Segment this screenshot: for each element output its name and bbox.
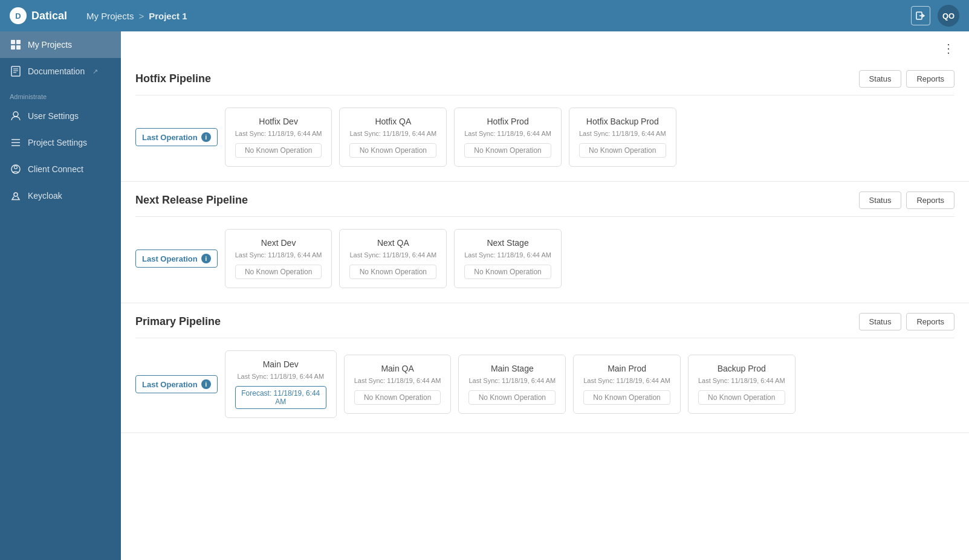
info-icon: i: [201, 379, 211, 389]
stage-card-primary-1[interactable]: Main QALast Sync: 11/18/19, 6:44 AMNo Kn…: [344, 355, 452, 414]
pipeline-body-hotfix: Last Operation iHotfix DevLast Sync: 11/…: [135, 108, 954, 167]
stage-operation-hotfix-2: No Known Operation: [464, 143, 551, 158]
reports-button-primary[interactable]: Reports: [906, 313, 954, 330]
client-connect-icon: [10, 163, 22, 175]
user-settings-icon: [10, 110, 22, 122]
sidebar-label-client-connect: Client Connect: [28, 164, 83, 174]
stage-card-hotfix-2[interactable]: Hotfix ProdLast Sync: 11/18/19, 6:44 AMN…: [454, 108, 562, 167]
stage-card-hotfix-0[interactable]: Hotfix DevLast Sync: 11/18/19, 6:44 AMNo…: [225, 108, 332, 167]
reports-button-hotfix[interactable]: Reports: [906, 70, 954, 88]
sidebar-item-project-settings[interactable]: Project Settings: [0, 129, 121, 156]
svg-point-12: [13, 112, 18, 117]
external-link-icon: ↗: [92, 68, 98, 76]
stage-name-primary-3: Main Prod: [583, 364, 670, 373]
stage-card-primary-0[interactable]: Main DevLast Sync: 11/18/19, 6:44 AMFore…: [225, 350, 337, 418]
stage-name-hotfix-1: Hotfix QA: [349, 117, 436, 126]
stage-name-hotfix-3: Hotfix Backup Prod: [579, 117, 666, 126]
stage-operation-primary-4: No Known Operation: [698, 390, 785, 405]
stage-card-hotfix-1[interactable]: Hotfix QALast Sync: 11/18/19, 6:44 AMNo …: [339, 108, 447, 167]
status-button-primary[interactable]: Status: [859, 313, 902, 330]
breadcrumb-separator: >: [138, 11, 144, 21]
keycloak-icon: [10, 190, 22, 202]
stage-sync-primary-3: Last Sync: 11/18/19, 6:44 AM: [583, 377, 670, 384]
status-button-next-release[interactable]: Status: [859, 191, 902, 209]
stage-name-primary-2: Main Stage: [468, 364, 556, 373]
sidebar-item-documentation[interactable]: Documentation ↗: [0, 58, 121, 85]
pipelines-container: Hotfix PipelineStatusReportsLast Operati…: [121, 60, 969, 433]
stage-name-hotfix-2: Hotfix Prod: [464, 117, 551, 126]
sidebar-item-my-projects[interactable]: My Projects: [0, 31, 121, 58]
stage-card-hotfix-3[interactable]: Hotfix Backup ProdLast Sync: 11/18/19, 6…: [569, 108, 676, 167]
last-operation-label-primary[interactable]: Last Operation i: [135, 375, 218, 393]
sidebar-section-administrate: Administrate: [0, 85, 121, 103]
stage-operation-next-release-0: No Known Operation: [235, 265, 322, 279]
stage-name-hotfix-0: Hotfix Dev: [235, 117, 322, 126]
stage-name-next-release-2: Next Stage: [464, 238, 551, 248]
stage-sync-primary-1: Last Sync: 11/18/19, 6:44 AM: [354, 377, 441, 384]
exit-button[interactable]: [911, 6, 930, 25]
sidebar-item-user-settings[interactable]: User Settings: [0, 103, 121, 129]
app-layout: My Projects Documentation ↗ Administrate: [0, 31, 969, 560]
pipeline-actions-hotfix: StatusReports: [859, 70, 954, 88]
pipeline-header-hotfix: Hotfix PipelineStatusReports: [135, 60, 954, 95]
pipeline-body-next-release: Last Operation iNext DevLast Sync: 11/18…: [135, 229, 954, 288]
stage-name-primary-1: Main QA: [354, 364, 441, 373]
stage-operation-hotfix-3: No Known Operation: [579, 143, 666, 158]
sidebar: My Projects Documentation ↗ Administrate: [0, 31, 121, 560]
project-settings-icon: [10, 137, 22, 149]
reports-button-next-release[interactable]: Reports: [906, 191, 954, 209]
sidebar-item-client-connect[interactable]: Client Connect: [0, 156, 121, 182]
stage-operation-next-release-1: No Known Operation: [349, 265, 436, 279]
pipeline-actions-next-release: StatusReports: [859, 191, 954, 209]
pipeline-section-hotfix: Hotfix PipelineStatusReportsLast Operati…: [121, 60, 969, 182]
stage-sync-primary-4: Last Sync: 11/18/19, 6:44 AM: [698, 377, 785, 384]
stage-name-primary-4: Backup Prod: [698, 364, 785, 373]
breadcrumb-current: Project 1: [149, 11, 187, 21]
svg-point-17: [15, 166, 18, 169]
svg-rect-6: [11, 45, 15, 50]
exit-icon: [916, 11, 925, 21]
pipeline-section-next-release: Next Release PipelineStatusReportsLast O…: [121, 182, 969, 303]
last-operation-label-hotfix[interactable]: Last Operation i: [135, 128, 218, 146]
stage-card-primary-2[interactable]: Main StageLast Sync: 11/18/19, 6:44 AMNo…: [458, 355, 566, 414]
stage-sync-hotfix-1: Last Sync: 11/18/19, 6:44 AM: [349, 130, 436, 137]
stage-card-next-release-0[interactable]: Next DevLast Sync: 11/18/19, 6:44 AMNo K…: [225, 229, 332, 288]
svg-rect-4: [11, 40, 15, 44]
stage-sync-hotfix-0: Last Sync: 11/18/19, 6:44 AM: [235, 130, 322, 137]
stage-operation-primary-1: No Known Operation: [354, 390, 441, 405]
user-avatar[interactable]: QO: [938, 5, 959, 27]
stage-sync-hotfix-2: Last Sync: 11/18/19, 6:44 AM: [464, 130, 551, 137]
stage-operation-hotfix-1: No Known Operation: [349, 143, 436, 158]
breadcrumb-parent[interactable]: My Projects: [86, 11, 134, 21]
stage-card-primary-3[interactable]: Main ProdLast Sync: 11/18/19, 6:44 AMNo …: [573, 355, 681, 414]
kebab-menu-button[interactable]: ⋮: [938, 39, 959, 58]
stage-card-next-release-2[interactable]: Next StageLast Sync: 11/18/19, 6:44 AMNo…: [454, 229, 562, 288]
logo[interactable]: D Datical: [10, 7, 67, 24]
svg-rect-8: [11, 66, 20, 76]
breadcrumb: My Projects > Project 1: [86, 11, 187, 21]
info-icon: i: [201, 132, 211, 142]
stage-operation-primary-0[interactable]: Forecast: 11/18/19, 6:44 AM: [235, 386, 326, 409]
stage-name-next-release-1: Next QA: [349, 238, 436, 248]
stage-card-next-release-1[interactable]: Next QALast Sync: 11/18/19, 6:44 AMNo Kn…: [339, 229, 447, 288]
svg-text:D: D: [15, 11, 21, 21]
stage-sync-primary-2: Last Sync: 11/18/19, 6:44 AM: [468, 377, 556, 384]
status-button-hotfix[interactable]: Status: [859, 70, 902, 88]
info-icon: i: [201, 254, 211, 263]
stage-sync-primary-0: Last Sync: 11/18/19, 6:44 AM: [235, 373, 326, 380]
last-operation-label-next-release[interactable]: Last Operation i: [135, 249, 218, 268]
stage-card-primary-4[interactable]: Backup ProdLast Sync: 11/18/19, 6:44 AMN…: [688, 355, 796, 414]
stage-sync-hotfix-3: Last Sync: 11/18/19, 6:44 AM: [579, 130, 666, 137]
pipeline-title-next-release: Next Release Pipeline: [135, 194, 248, 207]
pipeline-actions-primary: StatusReports: [859, 313, 954, 330]
stage-sync-next-release-0: Last Sync: 11/18/19, 6:44 AM: [235, 251, 322, 259]
stage-sync-next-release-1: Last Sync: 11/18/19, 6:44 AM: [349, 251, 436, 259]
pipeline-title-hotfix: Hotfix Pipeline: [135, 72, 211, 85]
datical-logo-icon: D: [10, 7, 27, 24]
stage-name-next-release-0: Next Dev: [235, 238, 322, 248]
pipeline-section-primary: Primary PipelineStatusReportsLast Operat…: [121, 303, 969, 433]
stage-operation-next-release-2: No Known Operation: [464, 265, 551, 279]
svg-rect-5: [16, 40, 21, 44]
sidebar-item-keycloak[interactable]: Keycloak: [0, 182, 121, 209]
sidebar-label-my-projects: My Projects: [28, 40, 72, 50]
